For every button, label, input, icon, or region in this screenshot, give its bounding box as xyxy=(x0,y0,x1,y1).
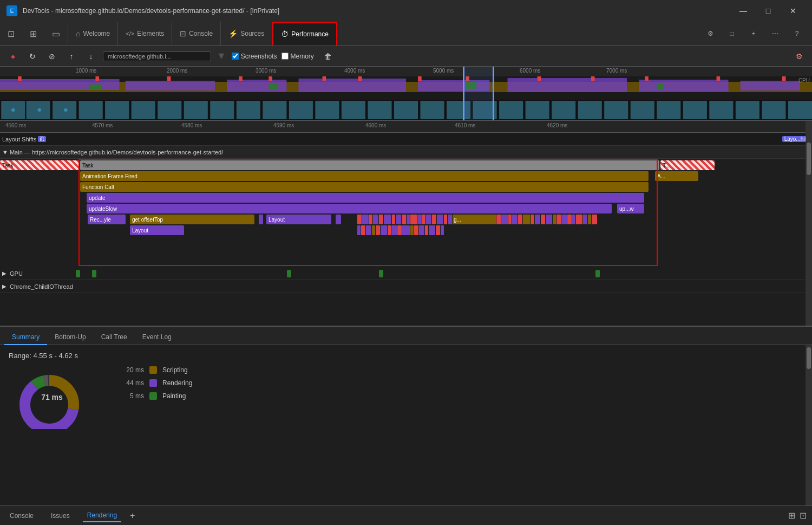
layout-block2[interactable]: Layout xyxy=(130,225,184,235)
svg-rect-56 xyxy=(683,101,707,119)
task-hatched-right[interactable]: T... xyxy=(660,160,715,170)
tab-call-tree[interactable]: Call Tree xyxy=(94,330,135,345)
record-button[interactable]: ● xyxy=(5,49,21,64)
flamechart-ruler: 4560 ms 4570 ms 4580 ms 4590 ms 4600 ms … xyxy=(0,121,812,133)
flamechart-scrollbar[interactable] xyxy=(806,121,812,326)
bottombar-tab-issues[interactable]: Issues xyxy=(47,510,74,522)
clear-button[interactable]: ⊘ xyxy=(44,49,60,64)
tab-bottom-up[interactable]: Bottom-Up xyxy=(47,330,93,345)
animation-block-right[interactable]: A... xyxy=(655,171,698,181)
svg-rect-51 xyxy=(552,101,575,119)
add-tab-button[interactable]: + xyxy=(745,25,762,42)
screenshots-checkbox[interactable] xyxy=(232,53,239,60)
rendering-ms: 44 ms xyxy=(117,379,144,387)
maximize-button[interactable]: □ xyxy=(756,0,781,22)
memory-label: Memory xyxy=(291,53,314,60)
screenshots-label: Screenshots xyxy=(241,53,277,60)
minimize-button[interactable]: — xyxy=(731,0,756,22)
ruler-tick-4570: 4570 ms xyxy=(92,122,113,128)
svg-text:E: E xyxy=(10,8,14,14)
layout-small[interactable] xyxy=(336,215,341,224)
help-button[interactable]: ? xyxy=(788,25,806,42)
bottom-scrollbar[interactable] xyxy=(806,345,812,505)
tab-sidebar[interactable]: ▭ xyxy=(44,22,68,46)
timeline-handle-right[interactable] xyxy=(493,67,494,120)
performance-icon: ⏱ xyxy=(281,30,289,38)
layout-block1[interactable]: Layout xyxy=(266,215,331,224)
add-panel-button[interactable]: + xyxy=(130,511,135,521)
tab-performance[interactable]: ⏱ Performance xyxy=(272,22,337,46)
upload-button[interactable]: ↑ xyxy=(64,49,79,64)
gpu-block-1 xyxy=(76,270,80,277)
trash-button[interactable]: 🗑 xyxy=(320,49,336,64)
timeline-selection[interactable] xyxy=(463,67,493,120)
svg-rect-49 xyxy=(499,101,523,119)
flamechart-area: 4560 ms 4570 ms 4580 ms 4590 ms 4600 ms … xyxy=(0,121,812,327)
bottombar-tab-console[interactable]: Console xyxy=(5,510,38,522)
gpu-row[interactable]: ▶ GPU xyxy=(0,267,812,280)
svg-rect-8 xyxy=(508,78,627,93)
small-blocks-row: g... xyxy=(357,215,597,224)
bottom-tabs: Summary Bottom-Up Call Tree Event Log xyxy=(0,327,812,345)
svg-rect-34 xyxy=(105,101,129,119)
sources-icon: ⚡ xyxy=(228,29,238,38)
dock-icon-2[interactable]: ⊡ xyxy=(800,510,807,521)
bottom-scrollbar-thumb[interactable] xyxy=(807,347,811,369)
scrollbar-thumb[interactable] xyxy=(807,142,811,175)
cpu-label: CPU xyxy=(798,77,810,83)
window-controls: — □ ✕ xyxy=(731,0,806,22)
perf-settings-button[interactable]: ⚙ xyxy=(791,49,807,64)
tab-device-inspect[interactable]: ⊞ xyxy=(22,22,44,46)
gpu-block-3 xyxy=(287,270,291,277)
animation-block[interactable]: Animation Frame Fired xyxy=(80,171,649,181)
dock-icon-1[interactable]: ⊞ xyxy=(788,510,795,521)
device-icon-btn[interactable]: □ xyxy=(723,25,741,42)
recalc-block[interactable]: Rec...yle xyxy=(88,215,126,224)
summary-range: Range: 4.55 s - 4.62 s xyxy=(9,352,803,360)
tab-device-mode[interactable]: ⊡ xyxy=(0,22,22,46)
more-tabs-button[interactable]: ⋯ xyxy=(767,25,784,42)
io-row[interactable]: ▶ Chrome_ChildIOThread xyxy=(0,280,812,293)
svg-rect-43 xyxy=(342,101,365,119)
function-call-block[interactable]: Function Call xyxy=(80,182,649,192)
tab-performance-label: Performance xyxy=(291,30,329,38)
bottombar-tab-rendering[interactable]: Rendering xyxy=(83,509,121,522)
donut-label: 71 ms xyxy=(41,393,63,401)
update-block[interactable]: update xyxy=(87,193,644,203)
tab-event-log[interactable]: Event Log xyxy=(135,330,179,345)
ruler-tick-4600: 4600 ms xyxy=(365,122,386,128)
small-blocks-row2 xyxy=(357,225,444,235)
task-hatched-left[interactable]: Task xyxy=(0,160,78,170)
memory-toggle[interactable]: Memory xyxy=(281,53,314,60)
svg-rect-46 xyxy=(420,101,444,119)
settings-icon-btn[interactable]: ⚙ xyxy=(702,25,719,42)
timeline-handle-left[interactable] xyxy=(463,67,464,120)
svg-rect-53 xyxy=(604,101,628,119)
tab-console[interactable]: ⊡ Console xyxy=(172,22,221,46)
scripting-color xyxy=(149,366,157,374)
tab-sources[interactable]: ⚡ Sources xyxy=(221,22,272,46)
ruler-tick-4590: 4590 ms xyxy=(273,122,294,128)
timeline-overview[interactable]: 1000 ms 2000 ms 3000 ms 4000 ms 5000 ms … xyxy=(0,67,812,121)
layout-shifts-label: Layout Shifts ift xyxy=(2,136,46,142)
tab-welcome[interactable]: ⌂ Welcome xyxy=(68,22,118,46)
update-slow-block[interactable]: updateSlow xyxy=(87,204,612,213)
tab-summary[interactable]: Summary xyxy=(4,330,47,345)
tab-elements[interactable]: </> Elements xyxy=(118,22,172,46)
update-slow-block2[interactable]: up...w xyxy=(617,204,644,213)
reload-button[interactable]: ↻ xyxy=(25,49,40,64)
svg-rect-26 xyxy=(645,76,649,81)
get-offset-block[interactable]: get offsetTop xyxy=(130,215,254,224)
tick-6000: 6000 ms xyxy=(520,68,540,74)
download-button[interactable]: ↓ xyxy=(83,49,99,64)
close-button[interactable]: ✕ xyxy=(781,0,806,22)
svg-rect-36 xyxy=(158,101,181,119)
screenshots-toggle[interactable]: Screenshots xyxy=(232,53,277,60)
svg-rect-10 xyxy=(741,81,800,90)
svg-rect-28 xyxy=(782,76,786,81)
svg-rect-14 xyxy=(657,83,664,89)
main-thread-content: Task Task T... Animation Frame Fired A..… xyxy=(0,159,812,267)
task-gray[interactable]: Task xyxy=(80,160,659,170)
main-thread-header[interactable]: ▼ Main — https://microsoftedge.github.io… xyxy=(0,146,812,159)
memory-checkbox[interactable] xyxy=(281,53,289,60)
